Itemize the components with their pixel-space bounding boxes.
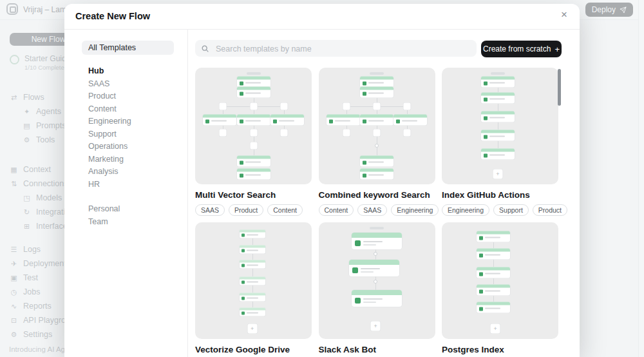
template-card-slack-ask-bot[interactable]: +Slack Ask Bot bbox=[319, 222, 435, 357]
template-card-vectorize-google-drive[interactable]: +Vectorize Google Drive bbox=[195, 222, 312, 357]
template-title: Combined keyword Search bbox=[319, 190, 435, 200]
tag-pill-product[interactable]: Product bbox=[533, 204, 567, 216]
category-content[interactable]: Content bbox=[88, 104, 131, 117]
template-card-index-github-actions[interactable]: +Index GitHub ActionsEngineeringSupportP… bbox=[442, 68, 558, 222]
tag-pill-product[interactable]: Product bbox=[229, 204, 263, 216]
category-hub[interactable]: Hub bbox=[88, 66, 131, 79]
node-part bbox=[247, 249, 258, 251]
flow-node bbox=[240, 245, 265, 253]
node-part bbox=[485, 273, 500, 274]
template-thumbnail: + bbox=[442, 222, 558, 339]
node-part bbox=[477, 248, 510, 251]
node-part bbox=[477, 231, 510, 234]
tag-pill-support[interactable]: Support bbox=[493, 204, 529, 216]
template-tags: SAASProductContent bbox=[195, 204, 312, 216]
node-icon bbox=[363, 81, 366, 85]
node-part bbox=[360, 168, 393, 171]
flow-node bbox=[352, 233, 402, 249]
node-icon bbox=[363, 173, 366, 177]
template-card-combined-keyword-search[interactable]: Combined keyword SearchContentSAASEngine… bbox=[319, 68, 435, 222]
node-part bbox=[203, 115, 236, 118]
flow-node bbox=[360, 155, 393, 166]
node-part bbox=[240, 276, 265, 279]
node-icon bbox=[363, 92, 366, 96]
tag-pill-engineering[interactable]: Engineering bbox=[391, 204, 439, 216]
category-personal[interactable]: Personal bbox=[88, 204, 120, 217]
category-support[interactable]: Support bbox=[88, 130, 131, 142]
node-icon bbox=[479, 253, 483, 257]
node-part bbox=[360, 155, 393, 159]
flow-dot-node bbox=[374, 252, 377, 256]
tag-pill-engineering[interactable]: Engineering bbox=[442, 204, 489, 216]
flow-node bbox=[477, 231, 510, 242]
category-operations[interactable]: Operations bbox=[88, 142, 131, 155]
flow-node bbox=[237, 168, 270, 179]
flow-sq-node bbox=[343, 102, 350, 110]
modal-scrollbar[interactable] bbox=[558, 69, 561, 106]
node-part bbox=[481, 130, 515, 133]
node-icon bbox=[363, 120, 366, 124]
tag-pill-content[interactable]: Content bbox=[267, 204, 303, 216]
node-icon bbox=[352, 267, 358, 273]
flow-node bbox=[360, 76, 393, 87]
flow-node bbox=[237, 115, 270, 126]
flow-sq-node bbox=[374, 102, 381, 110]
node-part bbox=[477, 267, 510, 270]
tag-pill-saas[interactable]: SAAS bbox=[195, 204, 225, 216]
node-icon bbox=[484, 98, 488, 102]
node-part bbox=[361, 271, 374, 273]
node-part bbox=[485, 254, 500, 255]
category-analysis[interactable]: Analysis bbox=[88, 167, 131, 180]
node-part bbox=[237, 168, 270, 171]
node-icon bbox=[479, 272, 483, 276]
node-part bbox=[237, 115, 270, 118]
modal-divider bbox=[187, 30, 188, 357]
flow-lbl-node bbox=[370, 227, 384, 229]
node-icon bbox=[240, 81, 243, 85]
template-tags: EngineeringSupportProduct bbox=[442, 204, 558, 216]
flow-lbl-node bbox=[247, 72, 261, 75]
tag-pill-saas[interactable]: SAAS bbox=[357, 204, 387, 216]
category-product[interactable]: Product bbox=[88, 92, 131, 104]
node-icon bbox=[479, 236, 483, 240]
search-input[interactable] bbox=[214, 40, 471, 58]
tag-pill-content[interactable]: Content bbox=[319, 204, 354, 216]
plus-icon: + bbox=[554, 45, 560, 53]
node-part bbox=[240, 245, 265, 247]
node-part bbox=[489, 117, 505, 119]
node-part bbox=[481, 93, 515, 96]
node-part bbox=[363, 244, 376, 246]
flow-node bbox=[481, 93, 515, 104]
flow-lbl-node bbox=[370, 72, 384, 75]
close-icon[interactable]: × bbox=[561, 9, 567, 20]
template-thumbnail bbox=[319, 68, 435, 184]
personal-category-list: PersonalTeam bbox=[88, 204, 120, 229]
node-part bbox=[481, 111, 515, 115]
node-icon bbox=[396, 120, 400, 124]
category-marketing[interactable]: Marketing bbox=[88, 155, 131, 168]
flow-plus-node: + bbox=[493, 169, 502, 179]
all-templates-filter[interactable]: All Templates bbox=[82, 41, 174, 55]
node-part bbox=[489, 135, 505, 137]
node-icon bbox=[242, 280, 245, 284]
flow-plus-node: + bbox=[371, 322, 381, 331]
node-icon bbox=[355, 240, 361, 246]
category-hr[interactable]: HR bbox=[88, 180, 131, 193]
flow-node bbox=[352, 290, 402, 307]
node-icon bbox=[240, 160, 243, 164]
node-icon bbox=[273, 120, 277, 124]
template-thumbnail bbox=[195, 68, 312, 184]
template-card-postgres-index[interactable]: +Postgres Index bbox=[442, 222, 558, 357]
node-part bbox=[352, 233, 402, 238]
node-part bbox=[368, 121, 384, 122]
category-engineering[interactable]: Engineering bbox=[88, 117, 131, 130]
category-saas[interactable]: SAAS bbox=[88, 79, 131, 92]
node-part bbox=[240, 230, 265, 233]
flow-sq-node bbox=[374, 130, 381, 137]
node-part bbox=[349, 260, 399, 265]
node-part bbox=[402, 121, 417, 122]
create-from-scratch-button[interactable]: Create from scratch + bbox=[481, 41, 562, 57]
category-team[interactable]: Team bbox=[88, 217, 120, 230]
node-icon bbox=[242, 234, 245, 237]
template-card-multi-vector-search[interactable]: Multi Vector SearchSAASProductContent bbox=[195, 68, 312, 222]
